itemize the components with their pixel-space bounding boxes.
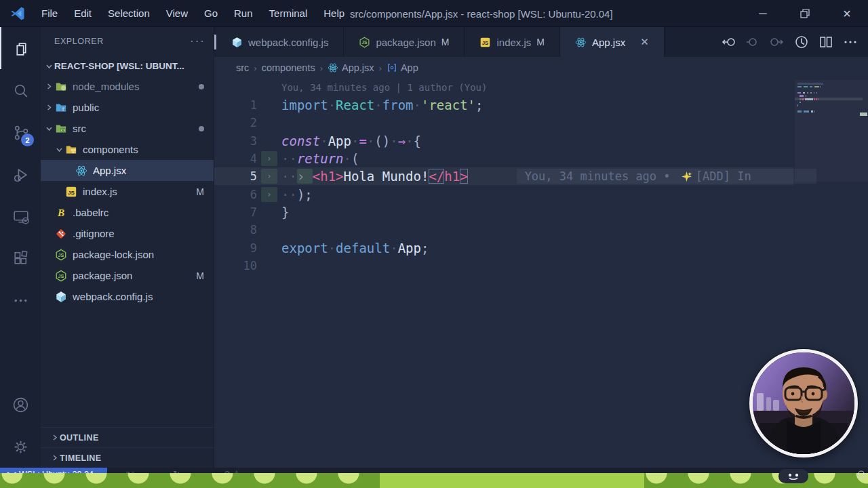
activity-bar: 2 xyxy=(0,27,41,468)
breadcrumb-label: src xyxy=(236,62,249,73)
nav-back-button[interactable] xyxy=(719,33,738,52)
tree-item-label: index.js xyxy=(83,186,196,197)
code-text: export·default·App; xyxy=(281,241,429,256)
menu-selection[interactable]: Selection xyxy=(100,5,157,22)
webpack-icon xyxy=(54,290,68,304)
tree-item-public[interactable]: public xyxy=(41,97,214,118)
tree-item-package-lock-json[interactable]: JSpackage-lock.json xyxy=(41,244,214,265)
tree-item-src[interactable]: src xyxy=(41,118,214,139)
menu-go[interactable]: Go xyxy=(197,5,225,22)
line-number: 6 xyxy=(214,188,257,201)
project-root-row[interactable]: REACT-SHOP [WSL: UBUNT... xyxy=(41,56,214,76)
timeline-label: TIMELINE xyxy=(60,453,102,463)
code-line-5[interactable]: 5›··› <h1>Hola Mundo!</h1>You, 34 minute… xyxy=(214,167,793,185)
tree-item-app-jsx[interactable]: App.jsx xyxy=(41,160,214,181)
nav-forward-button[interactable] xyxy=(768,33,787,52)
file-tree: node_modulespublicsrccomponentsApp.jsxJS… xyxy=(41,76,214,307)
gutter-space xyxy=(257,134,281,148)
minimap-line xyxy=(797,86,821,88)
tab-package-json[interactable]: JSpackage.jsonM xyxy=(344,27,465,57)
breadcrumb-app[interactable]: App xyxy=(387,62,418,73)
activity-extensions[interactable] xyxy=(0,237,41,279)
status-face-icon[interactable] xyxy=(778,469,808,483)
bell-icon[interactable] xyxy=(856,470,867,481)
code-line-8[interactable]: 8 xyxy=(214,221,793,239)
run-button[interactable] xyxy=(792,33,811,52)
close-tab-icon[interactable]: ✕ xyxy=(640,36,649,48)
restore-button[interactable] xyxy=(784,0,826,27)
npm-icon: JS xyxy=(54,248,68,262)
tree-item--gitignore[interactable]: .gitignore xyxy=(41,223,214,244)
close-button[interactable]: ✕ xyxy=(826,0,868,27)
project-name: REACT-SHOP [WSL: UBUNT... xyxy=(54,61,197,71)
tree-item-package-json[interactable]: JSpackage.jsonM xyxy=(41,265,214,286)
react-icon xyxy=(575,37,587,48)
tab-app-jsx[interactable]: App.jsx✕ xyxy=(560,27,665,57)
timeline-section[interactable]: TIMELINE xyxy=(41,447,214,468)
activity-source-control[interactable]: 2 xyxy=(0,111,41,153)
activity-search[interactable] xyxy=(0,69,41,111)
menu-view[interactable]: View xyxy=(159,5,195,22)
tab-webpack-config-js[interactable]: webpack.config.js xyxy=(216,27,344,57)
activity-explorer[interactable] xyxy=(0,27,41,69)
split-editor-button[interactable] xyxy=(816,33,835,52)
explorer-title: EXPLORER xyxy=(54,37,190,46)
nav-back-icon xyxy=(721,35,736,49)
webpack-icon xyxy=(231,37,243,48)
tab-index-js[interactable]: JSindex.jsM xyxy=(465,27,560,57)
source-control-badge: 2 xyxy=(21,134,34,146)
svg-text:JS: JS xyxy=(58,252,64,258)
codelens-blame[interactable]: You, 34 minutes ago | 1 author (You) xyxy=(214,79,793,96)
activity-settings[interactable] xyxy=(0,426,41,468)
code-line-4[interactable]: 4›··return·( xyxy=(214,150,793,167)
code-editor[interactable]: You, 34 minutes ago | 1 author (You)1imp… xyxy=(214,79,793,468)
breadcrumb-separator: › xyxy=(379,63,382,73)
tree-item-components[interactable]: components xyxy=(41,139,214,160)
menu-help[interactable]: Help xyxy=(316,5,352,22)
code-line-10[interactable]: 10 xyxy=(214,257,793,274)
minimize-button[interactable]: ─ xyxy=(742,0,784,27)
folder-green-icon xyxy=(55,81,67,93)
code-line-3[interactable]: 3const·App·=·()·⇒·{ xyxy=(214,132,793,150)
vscode-window: FileEditSelectionViewGoRunTerminalHelp s… xyxy=(0,0,868,488)
breadcrumb-app-jsx[interactable]: App.jsx xyxy=(328,62,374,73)
more-actions-button[interactable] xyxy=(841,33,860,52)
code-line-6[interactable]: 6›··); xyxy=(214,185,793,203)
account-icon xyxy=(12,396,30,414)
outline-section[interactable]: OUTLINE xyxy=(41,427,214,447)
svg-text:B: B xyxy=(57,207,64,218)
code-text: ··); xyxy=(281,187,313,202)
menu-file[interactable]: File xyxy=(34,5,65,22)
code-text: ··› <h1>Hola Mundo!</h1> xyxy=(281,169,468,184)
breadcrumb-components[interactable]: components xyxy=(262,62,315,73)
activity-remote-explorer[interactable] xyxy=(0,195,41,237)
run-debug-icon xyxy=(12,165,30,184)
breadcrumb-src[interactable]: src xyxy=(236,62,249,73)
menu-run[interactable]: Run xyxy=(226,5,260,22)
tab-label: webpack.config.js xyxy=(248,37,328,48)
menu-edit[interactable]: Edit xyxy=(66,5,99,22)
run-icon xyxy=(794,35,809,49)
tree-item-label: .gitignore xyxy=(73,228,214,239)
tree-item-label: node_modules xyxy=(73,81,199,92)
blame-commit: [ADD] In xyxy=(696,169,751,183)
explorer-more-actions-icon[interactable]: ··· xyxy=(190,35,205,48)
tree-item-node-modules[interactable]: node_modules xyxy=(41,76,214,97)
chevron-right-icon xyxy=(43,102,54,113)
activity-run-debug[interactable] xyxy=(0,153,41,195)
babel-icon: B xyxy=(54,206,68,220)
code-line-9[interactable]: 9export·default·App; xyxy=(214,239,793,256)
menu-terminal[interactable]: Terminal xyxy=(262,5,315,22)
nav-forward-icon xyxy=(770,35,785,49)
code-line-1[interactable]: 1import·React·from·'react'; xyxy=(214,96,793,114)
tree-item-webpack-config-js[interactable]: webpack.config.js xyxy=(41,286,214,307)
activity-account[interactable] xyxy=(0,384,41,426)
tree-item--babelrc[interactable]: B.babelrc xyxy=(41,202,214,223)
tree-item-index-js[interactable]: JSindex.jsM xyxy=(41,181,214,202)
activity-more-views[interactable] xyxy=(0,279,41,321)
code-line-2[interactable]: 2 xyxy=(214,114,793,131)
code-line-7[interactable]: 7} xyxy=(214,203,793,221)
nav-circle-button[interactable] xyxy=(743,33,762,52)
minimap-line xyxy=(797,104,798,106)
vscode-logo-icon xyxy=(9,5,26,22)
